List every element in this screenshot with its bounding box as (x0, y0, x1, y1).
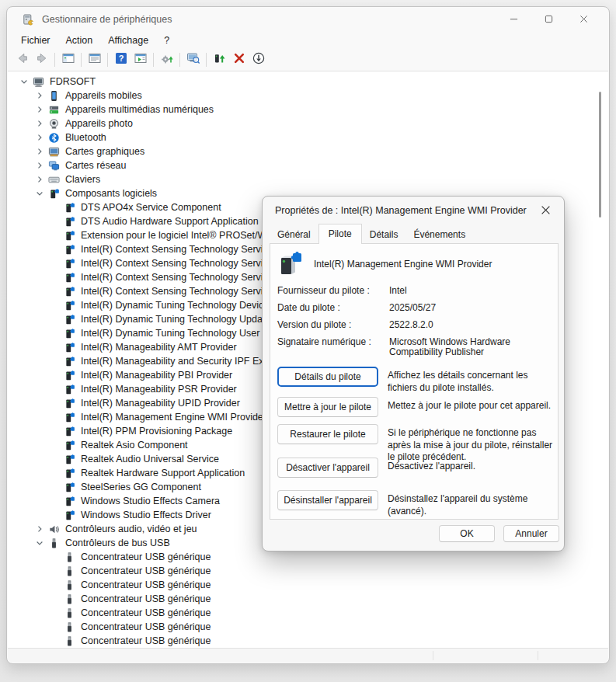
chevron-right-icon[interactable] (31, 119, 48, 128)
chevron-down-icon[interactable] (31, 189, 48, 198)
chevron-right-icon[interactable] (31, 91, 48, 100)
desinstaller-l-appareil-button[interactable]: Désinstaller l'appareil (277, 490, 378, 510)
scan-hardware-icon (160, 51, 174, 68)
software-component-icon (64, 202, 78, 214)
mobile-device-icon (48, 90, 63, 102)
chevron-down-icon[interactable] (16, 77, 33, 86)
show-tree-panel-button[interactable] (58, 50, 78, 69)
tree-item-label: FDRSOFT (47, 76, 96, 87)
software-component-icon (64, 342, 78, 353)
keyboard-icon (48, 174, 63, 186)
remote-desktop-button[interactable] (183, 50, 203, 69)
maximize-icon (545, 12, 553, 26)
window-action-button[interactable] (131, 50, 150, 69)
ok-button[interactable]: OK (439, 525, 495, 542)
tree-item[interactable]: Concentrateur USB générique (8, 592, 608, 606)
toolbar-separator (81, 53, 82, 67)
close-button[interactable] (566, 7, 601, 32)
chevron-right-icon[interactable] (31, 175, 48, 184)
software-component-icon (64, 230, 78, 242)
minimize-button[interactable] (496, 7, 531, 32)
tab-evenements[interactable]: Événements (405, 227, 473, 243)
close-icon (541, 205, 551, 217)
field-label: Version du pilote : (277, 320, 389, 330)
dialog-tabs: GénéralPiloteDétailsÉvénements (270, 223, 473, 243)
menu-affichage[interactable]: Affichage (100, 33, 156, 47)
tab-general[interactable]: Général (270, 227, 318, 243)
statusbar-divider (433, 651, 433, 660)
tree-item[interactable]: Concentrateur USB générique (8, 578, 608, 592)
tree-item-label: Realtek Audio Universal Service (78, 454, 219, 465)
driver-action-row: Mettre à jour le piloteMettez à jour le … (277, 397, 552, 412)
tree-item[interactable]: Bluetooth (8, 130, 608, 144)
tree-item[interactable]: Concentrateur USB générique (8, 564, 608, 578)
minimize-icon (510, 12, 518, 26)
tree-item[interactable]: Concentrateur USB générique (8, 606, 608, 620)
tree-item[interactable]: FDRSOFT (8, 75, 608, 89)
vertical-scrollbar[interactable] (599, 92, 601, 217)
software-component-icon (64, 482, 78, 493)
mettre-a-jour-le-pilote-button[interactable]: Mettre à jour le pilote (277, 397, 378, 417)
software-component-icon (64, 370, 78, 381)
chevron-right-icon[interactable] (31, 133, 48, 142)
device-manager-icon (23, 13, 35, 26)
chevron-right-icon[interactable] (31, 105, 48, 114)
titlebar[interactable]: Gestionnaire de périphériques (7, 7, 609, 32)
tree-item[interactable]: Appareils photo (8, 117, 608, 130)
tree-item-label: Windows Studio Effects Camera (78, 496, 220, 506)
details-du-pilote-button[interactable]: Détails du pilote (277, 367, 378, 387)
tree-item[interactable]: Concentrateur USB générique (8, 620, 608, 634)
driver-action-row: Désactiver l'appareilDésactivez l'appare… (277, 458, 552, 473)
chevron-down-icon[interactable] (31, 538, 48, 548)
chevron-right-icon[interactable] (31, 524, 48, 534)
tab-details[interactable]: Détails (362, 227, 406, 243)
tree-item[interactable]: Appareils mobiles (8, 89, 608, 103)
maximize-button[interactable] (531, 7, 566, 32)
arrow-right-button[interactable] (32, 50, 51, 69)
menubar: FichierActionAffichage? (7, 32, 609, 49)
device-name: Intel(R) Management Engine WMI Provider (314, 259, 492, 270)
usb-device-icon (64, 621, 78, 633)
tree-item[interactable]: Concentrateur USB générique (8, 634, 608, 648)
update-driver-button[interactable] (210, 50, 229, 69)
tree-item-label: Extension pour le logiciel Intel® PROSet… (78, 230, 280, 241)
tree-item[interactable]: Cartes réseau (8, 158, 608, 172)
tree-item[interactable]: Appareils multimédias numériques (8, 103, 608, 117)
multimedia-device-icon (48, 104, 63, 116)
action-description: Désactivez l'appareil. (388, 458, 554, 473)
tree-item-label: Concentrateur USB générique (78, 621, 211, 632)
tab-pilote[interactable]: Pilote (318, 224, 362, 244)
menu-action[interactable]: Action (58, 33, 101, 47)
tree-item-label: Intel(R) Manageability AMT Provider (78, 342, 237, 353)
scan-hardware-button[interactable] (157, 50, 176, 69)
chevron-right-icon[interactable] (31, 147, 48, 156)
tree-item-label: Realtek Asio Component (78, 440, 188, 451)
tree-item[interactable]: Claviers (8, 172, 608, 186)
driver-field: Fournisseur du pilote :Intel (277, 286, 552, 296)
dialog-footer: OK Annuler (439, 525, 559, 542)
device-header: Intel(R) Management Engine WMI Provider (277, 251, 492, 277)
software-component-icon (64, 454, 78, 465)
usb-device-icon (64, 565, 78, 577)
chevron-right-icon[interactable] (31, 161, 48, 170)
dialog-close-button[interactable] (536, 202, 555, 221)
help-button[interactable]: ? (111, 50, 131, 69)
menu-item[interactable]: ? (156, 33, 177, 47)
uninstall-device-button[interactable] (229, 50, 249, 69)
toolbar-separator (206, 53, 207, 67)
properties-window-button[interactable] (85, 50, 104, 69)
arrow-left-button[interactable] (12, 50, 32, 69)
action-description: Mettez à jour le pilote pour cet apparei… (388, 397, 554, 412)
menu-fichier[interactable]: Fichier (13, 33, 58, 47)
driver-device-icon (277, 251, 304, 277)
cancel-button[interactable]: Annuler (503, 525, 559, 542)
tree-item[interactable]: Cartes graphiques (8, 144, 608, 158)
tree-item-label: DTS Audio Hardware Support Application (78, 216, 259, 227)
tree-item-label: Appareils mobiles (63, 90, 142, 101)
tree-item[interactable]: Concentrateur USB générique (8, 550, 608, 564)
restaurer-le-pilote-button[interactable]: Restaurer le pilote (277, 424, 378, 444)
display-adapter-icon (48, 146, 63, 158)
desactiver-l-appareil-button[interactable]: Désactiver l'appareil (277, 458, 378, 478)
disable-device-button[interactable] (249, 50, 268, 69)
usb-device-icon (64, 607, 78, 619)
